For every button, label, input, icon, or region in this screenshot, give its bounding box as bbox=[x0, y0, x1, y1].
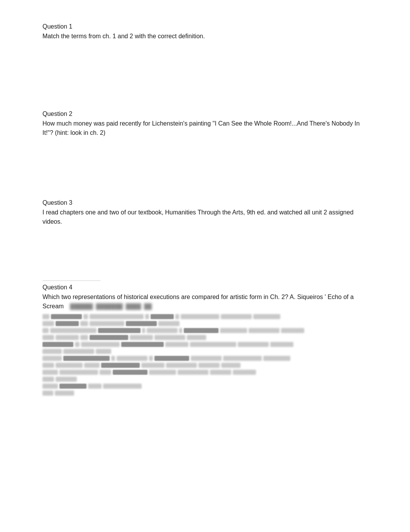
redacted-line-3 bbox=[42, 328, 368, 333]
redacted-line-7 bbox=[42, 356, 368, 361]
redacted-line-1 bbox=[42, 314, 368, 319]
question-2-label: Question 2 bbox=[42, 110, 368, 117]
redacted-line-10 bbox=[42, 377, 368, 382]
redacted-line-11 bbox=[42, 384, 368, 389]
q4-divider bbox=[42, 280, 100, 281]
question-3-label: Question 3 bbox=[42, 199, 368, 206]
question-1-block: Question 1 Match the terms from ch. 1 an… bbox=[42, 23, 368, 41]
redacted-line-12 bbox=[42, 391, 368, 396]
page-container: Question 1 Match the terms from ch. 1 an… bbox=[0, 0, 410, 532]
q4-text-part1: Which two representations of historical … bbox=[42, 294, 288, 300]
q4-redacted-area bbox=[42, 314, 368, 396]
question-3-text: I read chapters one and two of our textb… bbox=[42, 208, 368, 226]
redacted-line-8 bbox=[42, 363, 368, 368]
question-1-text: Match the terms from ch. 1 and 2 with th… bbox=[42, 32, 368, 41]
question-2-block: Question 2 How much money was paid recen… bbox=[42, 110, 368, 138]
spacer-1 bbox=[42, 41, 368, 110]
question-4-label: Question 4 bbox=[42, 284, 368, 291]
redacted-line-5 bbox=[42, 342, 368, 347]
question-4-block: Question 4 Which two representations of … bbox=[42, 280, 368, 396]
q4-blurred-inline-text: ██████ ███████ ████ ██ bbox=[66, 303, 152, 309]
redacted-line-6 bbox=[42, 349, 368, 354]
question-4-text: Which two representations of historical … bbox=[42, 292, 368, 311]
spacer-2 bbox=[42, 138, 368, 199]
redacted-line-9 bbox=[42, 370, 368, 375]
question-2-text: How much money was paid recently for Lic… bbox=[42, 119, 368, 138]
redacted-line-4 bbox=[42, 335, 368, 340]
question-3-block: Question 3 I read chapters one and two o… bbox=[42, 199, 368, 226]
spacer-3 bbox=[42, 226, 368, 280]
redacted-line-2 bbox=[42, 321, 368, 326]
question-1-label: Question 1 bbox=[42, 23, 368, 30]
